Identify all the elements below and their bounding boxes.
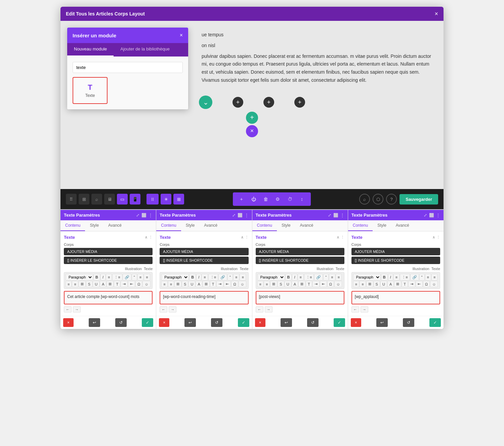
panel-1-align-left-btn[interactable]: ≡: [137, 274, 143, 281]
toolbar-wireframe-btn[interactable]: ⁞⁞: [146, 194, 159, 205]
panel-1-emoji-btn[interactable]: ☺: [142, 281, 150, 287]
panel-1-redo-btn[interactable]: ↺: [115, 318, 127, 327]
panel-4-underline-btn[interactable]: U: [380, 281, 387, 287]
panel-4-align-right-btn[interactable]: ≡: [353, 281, 359, 287]
module-add-button-left[interactable]: ⌄: [199, 96, 212, 109]
panel-2-collapse-icon[interactable]: ⬜: [238, 213, 243, 218]
panel-4-media-inline-btn[interactable]: ⊞: [394, 281, 401, 287]
panel-1-outdent-btn[interactable]: ⇤: [128, 281, 135, 287]
panel-2-up-icon[interactable]: ∧: [241, 235, 244, 239]
save-button[interactable]: Sauvegarder: [400, 194, 438, 205]
panel-2-more-icon[interactable]: ⋮: [245, 213, 249, 218]
panel-1-underline-btn[interactable]: U: [93, 281, 99, 287]
panel-3-ol-btn[interactable]: ⋮≡: [304, 274, 314, 281]
panel-4-link-btn[interactable]: 🔗: [410, 274, 419, 281]
panel-4-emoji-btn[interactable]: ☺: [430, 281, 438, 287]
panel-3-color-btn[interactable]: A: [292, 281, 298, 287]
tab-nouveau-module[interactable]: Nouveau module: [67, 43, 114, 57]
panel-1-dots-icon[interactable]: ⋮: [149, 235, 153, 239]
panel-3-quote-btn[interactable]: ": [323, 274, 329, 281]
panel-3-tab-advanced[interactable]: Avancé: [295, 220, 318, 231]
panel-1-italic-btn[interactable]: I: [100, 274, 106, 281]
toolbar-table-btn[interactable]: ⊞: [173, 194, 184, 205]
toolbar-extra-btn[interactable]: ✳: [161, 194, 171, 205]
panel-2-right-arrow-btn[interactable]: →: [169, 306, 176, 312]
panel-1-save-btn[interactable]: ✓: [142, 318, 153, 327]
panel-3-font-size-btn[interactable]: T: [306, 281, 312, 287]
tab-bibliotheque[interactable]: Ajouter de la bibliothèque: [114, 43, 176, 57]
panel-1-ol-btn[interactable]: ⋮≡: [112, 274, 122, 281]
panel-2-ul-btn[interactable]: ≡: [202, 274, 208, 281]
toolbar-power-btn[interactable]: ⏻: [249, 194, 258, 204]
panel-4-redo-btn[interactable]: ↺: [403, 318, 414, 327]
panel-2-underline-btn[interactable]: U: [188, 281, 195, 287]
panel-2-align-center-btn[interactable]: ≡: [240, 274, 246, 281]
panel-1-strikethrough-btn[interactable]: S: [86, 281, 92, 287]
panel-1-more-formats-btn[interactable]: ⊞: [79, 281, 86, 287]
panel-2-align-left-btn[interactable]: ≡: [233, 274, 239, 281]
panel-4-quote-btn[interactable]: ": [419, 274, 425, 281]
panel-1-editor-content[interactable]: Cet article compte [wp-word-count] mots: [64, 291, 153, 304]
panel-4-more-icon[interactable]: ⋮: [436, 213, 440, 218]
panel-2-undo-btn[interactable]: ↩: [184, 318, 196, 327]
toolbar-delete-btn[interactable]: 🗑: [261, 194, 270, 204]
panel-3-align-left-btn[interactable]: ≡: [329, 274, 335, 281]
panel-3-paragraph-select[interactable]: Paragraph: [257, 274, 285, 281]
panel-1-media-btn[interactable]: AJOUTER MÉDIA: [64, 248, 153, 255]
panel-4-italic-btn[interactable]: I: [388, 274, 393, 281]
panel-2-shortcode-btn[interactable]: [] INSÉRER LE SHORTCODE: [160, 257, 248, 264]
panel-2-tab-style[interactable]: Style: [181, 220, 200, 231]
panel-2-strikethrough-btn[interactable]: S: [182, 281, 188, 287]
panel-2-editor-content[interactable]: [wp-word-count-reading-time]: [160, 291, 248, 304]
panel-3-save-btn[interactable]: ✓: [334, 318, 345, 327]
panel-2-italic-btn[interactable]: I: [196, 274, 201, 281]
panel-3-more-formats-btn[interactable]: ⊞: [270, 281, 277, 287]
panel-4-outdent-btn[interactable]: ⇤: [416, 281, 423, 287]
panel-3-bold-btn[interactable]: B: [285, 274, 292, 281]
panel-2-media-inline-btn[interactable]: ⊞: [203, 281, 210, 287]
panel-2-align-right-btn[interactable]: ≡: [161, 281, 167, 287]
panel-2-quote-btn[interactable]: ": [227, 274, 233, 281]
panel-1-right-arrow-btn[interactable]: →: [73, 306, 81, 312]
add-col-button-3[interactable]: +: [294, 97, 305, 108]
panel-1-media-inline-btn[interactable]: ⊞: [107, 281, 114, 287]
module-search-input[interactable]: [73, 62, 183, 73]
toolbar-settings-btn[interactable]: ⚙: [273, 194, 283, 204]
panel-4-more-formats-btn[interactable]: ⊞: [366, 281, 373, 287]
toolbar-search-circle-btn[interactable]: ⌕: [359, 194, 370, 205]
add-col-button-2[interactable]: +: [263, 97, 274, 108]
panel-3-outdent-btn[interactable]: ⇤: [320, 281, 327, 287]
panel-4-paragraph-select[interactable]: Paragraph: [353, 274, 381, 281]
panel-4-align-justify-btn[interactable]: ≡: [360, 281, 366, 287]
panel-4-undo-btn[interactable]: ↩: [376, 318, 388, 327]
panel-3-link-btn[interactable]: 🔗: [314, 274, 323, 281]
add-row-green-button[interactable]: +: [246, 112, 258, 124]
panel-2-emoji-btn[interactable]: ☺: [239, 281, 246, 287]
panel-4-color-btn[interactable]: A: [387, 281, 394, 287]
panel-1-ul-btn[interactable]: ≡: [106, 274, 112, 281]
panel-1-paragraph-select[interactable]: Paragraph: [66, 274, 93, 281]
panel-2-indent-btn[interactable]: ⇥: [216, 281, 223, 287]
toolbar-tablet-btn[interactable]: ▭: [117, 194, 128, 205]
panel-2-bold-btn[interactable]: B: [189, 274, 196, 281]
panel-1-shortcode-btn[interactable]: [] INSÉRER LE SHORTCODE: [64, 257, 153, 264]
panel-4-indent-btn[interactable]: ⇥: [408, 281, 415, 287]
panel-3-special-chars-btn[interactable]: Ω: [327, 281, 334, 287]
panel-3-right-arrow-btn[interactable]: →: [265, 306, 272, 312]
panel-4-collapse-icon[interactable]: ⬜: [429, 213, 434, 218]
panel-3-up-icon[interactable]: ∧: [337, 235, 339, 239]
panel-4-ol-btn[interactable]: ⋮≡: [400, 274, 410, 281]
panel-3-tab-content[interactable]: Contenu: [252, 220, 277, 231]
panel-4-save-btn[interactable]: ✓: [429, 318, 441, 327]
panel-1-collapse-icon[interactable]: ⬜: [141, 213, 146, 218]
panel-4-tab-content[interactable]: Contenu: [348, 220, 373, 231]
window-close-button[interactable]: ×: [434, 11, 438, 17]
panel-4-bold-btn[interactable]: B: [381, 274, 388, 281]
panel-2-tab-content[interactable]: Contenu: [156, 220, 181, 231]
panel-3-left-arrow-btn[interactable]: ←: [256, 306, 263, 312]
panel-4-tab-advanced[interactable]: Avancé: [391, 220, 414, 231]
panel-1-align-right-btn[interactable]: ≡: [66, 281, 72, 287]
panel-3-italic-btn[interactable]: I: [292, 274, 297, 281]
panel-1-quote-btn[interactable]: ": [132, 274, 137, 281]
panel-2-color-btn[interactable]: A: [196, 281, 202, 287]
